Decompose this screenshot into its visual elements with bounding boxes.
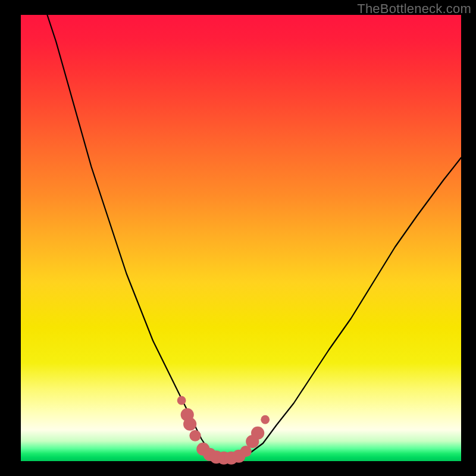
marker-dot (251, 427, 264, 440)
chart-stage: TheBottleneck.com (0, 0, 476, 476)
plot-area (21, 15, 461, 461)
marker-dot (183, 418, 196, 431)
bottleneck-curve (47, 15, 461, 460)
marker-dot (177, 396, 186, 405)
marker-dot (261, 415, 270, 424)
highlight-markers (177, 396, 270, 465)
chart-svg (21, 15, 461, 461)
marker-dot (189, 430, 201, 441)
